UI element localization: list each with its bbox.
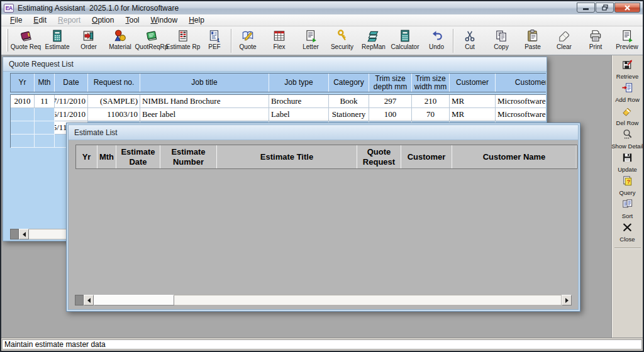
sidebar-button-update[interactable]: Update — [612, 151, 643, 174]
menu-window[interactable]: Window — [145, 14, 183, 26]
quote-cell[interactable]: Stationery — [329, 108, 369, 121]
quote-cell[interactable]: Book — [329, 95, 369, 108]
toolbar-button-estimate-rp[interactable]: Estimate Rp — [167, 28, 199, 50]
titlebar[interactable]: EA Estimating Assistant 2025.1.0 for Mic… — [1, 1, 643, 14]
quote-header-request-no-: Request no. — [88, 74, 140, 92]
toolbar-button-clear[interactable]: Clear — [548, 28, 580, 50]
toolbar-button-quotreqrp[interactable]: QuotReqRp — [136, 28, 167, 50]
restore-button[interactable] — [596, 3, 614, 13]
sidebar-button-query[interactable]: ?Query — [612, 174, 643, 197]
toolbar-label: Preview — [616, 43, 638, 50]
toolbar-button-security[interactable]: Security — [326, 28, 358, 50]
menu-report[interactable]: Report — [52, 14, 86, 26]
toolbar-button-pef[interactable]: 1PEF — [199, 28, 230, 50]
quote-cell[interactable]: 2010 — [11, 95, 35, 108]
sidebar-button-retrieve[interactable]: Retrieve — [612, 58, 643, 81]
scroll-left-button[interactable] — [19, 229, 29, 239]
sidebar-label: Update — [618, 166, 637, 173]
estimate-table: YrMthEstimate DateEstimate NumberEstimat… — [75, 145, 577, 169]
minimize-button[interactable] — [577, 3, 595, 13]
quote-cell[interactable]: Microsoftware — [496, 95, 546, 108]
toolbar-button-quote[interactable]: Quote — [232, 28, 264, 50]
book-green-icon — [145, 29, 158, 43]
toolbar-label: Cut — [465, 43, 475, 50]
toolbar-label: Security — [331, 43, 353, 50]
table-row[interactable]: 16/11/201011003/10Beer labelLabelStation… — [11, 108, 546, 121]
sidebar-button-show-detail[interactable]: Show Detail — [612, 128, 643, 151]
toolbar-button-letter[interactable]: Letter — [295, 28, 326, 50]
estimate-table-header: YrMthEstimate DateEstimate NumberEstimat… — [75, 145, 577, 169]
quote-cell[interactable]: Beer label — [140, 108, 269, 121]
quote-cell[interactable]: 100 — [369, 108, 412, 121]
doc-question-icon: ? — [621, 175, 633, 189]
quote-cell[interactable]: 17/11/2010 — [55, 95, 88, 108]
sidebar-button-del-row[interactable]: Del Row — [612, 104, 643, 128]
printer-icon — [589, 29, 602, 43]
grid-red-icon — [272, 29, 286, 43]
toolbar-label: Quote — [239, 43, 256, 50]
quote-cell[interactable]: 297 — [369, 95, 412, 108]
quote-header-mth: Mth — [35, 74, 55, 92]
toolbar-button-flex[interactable]: Flex — [264, 28, 295, 50]
toolbar-button-preview[interactable]: Preview — [611, 28, 643, 50]
mdi-area: Quote Request List YrMthDateRequest no.J… — [1, 55, 611, 338]
quote-cell[interactable]: 210 — [412, 95, 450, 108]
estimate-h-scrollbar[interactable] — [75, 295, 572, 305]
sidebar-button-sort[interactable]: Sort — [612, 197, 643, 221]
toolbar-button-print[interactable]: Print — [580, 28, 611, 50]
estimate-window-title: Estimate List — [74, 128, 118, 137]
quote-window-titlebar[interactable]: Quote Request List — [3, 57, 547, 72]
quote-cell[interactable] — [35, 135, 55, 148]
quote-cell[interactable]: MR — [450, 95, 496, 108]
quote-cell[interactable] — [11, 108, 35, 121]
scrollbar-corner — [10, 229, 19, 239]
window-controls — [577, 3, 640, 13]
close-button[interactable] — [614, 3, 640, 13]
quote-cell[interactable]: (SAMPLE) — [88, 95, 140, 108]
quote-cell[interactable]: NIMBL Hand Brochure — [140, 95, 269, 108]
menu-edit[interactable]: Edit — [28, 14, 52, 26]
quote-cell[interactable]: 11 — [35, 95, 55, 108]
menu-option[interactable]: Option — [86, 14, 119, 26]
quote-cell[interactable]: Brochure — [269, 95, 329, 108]
application-window: EA Estimating Assistant 2025.1.0 for Mic… — [0, 0, 644, 352]
quote-cell[interactable]: Microsoftware — [496, 108, 546, 121]
sidebar-button-close[interactable]: Close — [612, 221, 643, 244]
toolbar-button-paste[interactable]: Paste — [517, 28, 548, 50]
quote-cell[interactable] — [35, 108, 55, 121]
toolbar-button-cut[interactable]: Cut — [454, 28, 486, 50]
quote-cell[interactable]: MR — [450, 108, 496, 121]
quote-cell[interactable]: 70 — [412, 108, 450, 121]
scroll-right-button[interactable] — [562, 295, 572, 305]
toolbar-button-undo[interactable]: Undo — [421, 28, 452, 50]
quote-cell[interactable] — [11, 135, 35, 148]
estimate-window-titlebar[interactable]: Estimate List — [69, 125, 578, 140]
sidebar-button-add-row[interactable]: Add Row — [612, 81, 643, 104]
toolbar-button-quote-req[interactable]: Quote Req — [10, 28, 42, 50]
quote-cell[interactable]: 11003/10 — [88, 108, 140, 121]
table-row[interactable]: 20101117/11/2010(SAMPLE)NIMBL Hand Broch… — [11, 95, 546, 108]
menu-help[interactable]: Help — [183, 14, 210, 26]
toolbar-button-material[interactable]: Material — [104, 28, 136, 50]
scrollbar-track[interactable] — [174, 295, 562, 305]
scroll-left-button[interactable] — [84, 295, 94, 305]
toolbar-button-copy[interactable]: Copy — [486, 28, 517, 50]
book-pencil-icon — [241, 29, 255, 43]
disk-arrow-icon — [82, 29, 96, 43]
scrollbar-thumb[interactable] — [94, 295, 174, 305]
quote-cell[interactable]: Label — [269, 108, 329, 121]
quote-cell[interactable]: 16/11/2010 — [55, 108, 88, 121]
toolbar-label: Quote Req — [11, 43, 41, 50]
sidebar-label: Show Detail — [611, 143, 643, 150]
quote-cell[interactable] — [35, 121, 55, 135]
toolbar-button-order[interactable]: Order — [73, 28, 104, 50]
toolbar-button-repman[interactable]: RepMan — [358, 28, 389, 50]
menu-tool[interactable]: Tool — [119, 14, 145, 26]
sidebar-label: Sort — [622, 212, 633, 219]
statusbar: Maintain estimate master data — [1, 338, 643, 351]
toolbar-button-calculator[interactable]: Calculator — [389, 28, 421, 50]
quote-cell[interactable] — [11, 121, 35, 135]
toolbar-button-estimate[interactable]: Estimate — [42, 28, 73, 50]
menu-file[interactable]: File — [4, 14, 28, 26]
toolbar-label: Material — [109, 43, 131, 50]
